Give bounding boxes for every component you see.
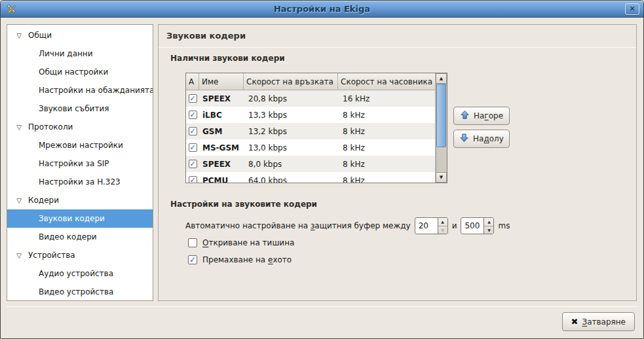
buffer-min-value[interactable]: 20: [415, 218, 438, 234]
move-down-label: Надолу: [473, 134, 504, 143]
jitter-buffer-row: Автоматично настройване на защитния буфе…: [185, 217, 510, 234]
codec-enabled-checkbox[interactable]: ✓: [189, 176, 197, 183]
codec-enabled-checkbox[interactable]: ✓: [189, 111, 197, 119]
tree-label: Кодери: [28, 196, 59, 205]
buffer-conjunction: и: [452, 221, 457, 230]
codec-settings-section-title: Настройки на звуковите кодери: [170, 200, 317, 209]
codec-name: iLBC: [199, 111, 244, 120]
sidebar-item-general[interactable]: ▽ Общи: [7, 26, 153, 45]
sidebar-item-audio-codecs[interactable]: Звукови кодери: [7, 209, 153, 228]
titlebar[interactable]: Настройки на Ekiga ✕: [1, 1, 643, 18]
close-x-icon: ✖: [571, 317, 578, 327]
sidebar-item-general-settings[interactable]: Общи настройки: [7, 63, 153, 81]
echo-cancellation-option[interactable]: ✓ Премахване на ехото: [188, 255, 292, 264]
spinner-down-icon[interactable]: ▼: [484, 226, 493, 234]
window-title: Настройки на Ekiga: [1, 4, 643, 14]
down-arrow-icon: [459, 133, 469, 145]
buffer-max-spinner[interactable]: 500 ▲ ▼: [461, 217, 494, 234]
codec-name: MS-GSM: [199, 143, 244, 152]
codec-enabled-checkbox[interactable]: ✓: [189, 160, 197, 168]
tree-label: Мрежови настройки: [39, 141, 123, 150]
sidebar-item-sip-settings[interactable]: Настройки за SIP: [7, 154, 153, 173]
table-row[interactable]: ✓ MS-GSM 13,0 kbps 8 kHz: [186, 139, 435, 156]
vertical-scrollbar[interactable]: ▲ ▼: [435, 73, 447, 183]
codec-clock: 8 kHz: [338, 160, 435, 169]
codec-enabled-checkbox[interactable]: ✓: [189, 94, 197, 103]
tree-label: Видео кодери: [39, 232, 97, 241]
buffer-unit: ms: [498, 221, 510, 230]
column-header-name[interactable]: Име: [199, 73, 244, 90]
expander-icon[interactable]: ▽: [14, 252, 24, 259]
expander-icon[interactable]: ▽: [14, 124, 24, 131]
codec-bitrate: 8,0 kbps: [244, 160, 338, 169]
scrollbar-track[interactable]: [436, 84, 447, 172]
codec-bitrate: 13,2 kbps: [244, 127, 338, 136]
silence-detection-checkbox[interactable]: [188, 238, 197, 247]
move-up-button[interactable]: Нагоре: [453, 107, 510, 125]
silence-detection-option[interactable]: Откриване на тишина: [188, 238, 294, 247]
table-row[interactable]: ✓ SPEEX 8,0 kbps 8 kHz: [186, 156, 435, 172]
buffer-max-value[interactable]: 500: [461, 218, 483, 234]
sidebar-item-network-settings[interactable]: Мрежови настройки: [7, 136, 153, 154]
tree-label: Видео устройства: [39, 287, 113, 296]
close-button[interactable]: ✖ Затваряне: [562, 312, 635, 331]
codec-clock: 8 kHz: [338, 111, 435, 120]
sidebar-item-video-devices[interactable]: Видео устройства: [7, 283, 153, 301]
close-button-label: Затваряне: [582, 317, 626, 327]
sidebar-item-h323-settings[interactable]: Настройки за H.323: [7, 173, 153, 191]
codec-name: GSM: [199, 127, 244, 136]
tree-label: Настройки за SIP: [39, 159, 109, 168]
column-header-bitrate[interactable]: Скорост на връзката: [244, 73, 338, 90]
spinner-down-icon[interactable]: ▼: [438, 226, 447, 234]
table-row[interactable]: ✓ SPEEX 20,8 kbps 16 kHz: [186, 90, 435, 107]
codec-bitrate: 13,0 kbps: [244, 143, 338, 152]
table-row[interactable]: ✓ PCMU 64,0 kbps 8 kHz: [186, 172, 435, 183]
spinner-up-icon[interactable]: ▲: [438, 218, 447, 226]
sidebar-item-sound-events[interactable]: Звукови събития: [7, 99, 153, 118]
sidebar-item-video-codecs[interactable]: Видео кодери: [7, 228, 153, 246]
buffer-min-spinner[interactable]: 20 ▲ ▼: [415, 217, 448, 234]
spinner-up-icon[interactable]: ▲: [484, 218, 493, 226]
available-codecs-section-title: Налични звукови кодери: [170, 54, 285, 63]
tree-label: Общи настройки: [39, 67, 108, 77]
codec-enabled-checkbox[interactable]: ✓: [189, 143, 197, 152]
sidebar-item-protocols[interactable]: ▽ Протоколи: [7, 118, 153, 136]
table-header-row: A Име Скорост на връзката Скорост на час…: [186, 73, 435, 90]
tree-label: Звукови събития: [39, 104, 109, 113]
sidebar-item-personal-data[interactable]: Лични данни: [7, 45, 153, 63]
codec-enabled-checkbox[interactable]: ✓: [189, 127, 197, 135]
echo-cancellation-label: Премахване на ехото: [202, 255, 292, 264]
sidebar-item-devices[interactable]: ▽ Устройства: [7, 246, 153, 264]
table-row[interactable]: ✓ iLBC 13,3 kbps 8 kHz: [186, 107, 435, 123]
expander-icon[interactable]: ▽: [14, 197, 24, 204]
scroll-down-icon[interactable]: ▼: [436, 172, 447, 183]
codec-name: SPEEX: [199, 94, 244, 103]
tree-label: Аудио устройства: [39, 269, 113, 278]
codec-clock: 8 kHz: [338, 143, 435, 152]
preferences-window: Настройки на Ekiga ✕ ▽ Общи Лични данни …: [0, 0, 644, 339]
header-separator: [159, 47, 636, 48]
column-header-clock[interactable]: Скорост на часовника: [338, 73, 435, 90]
codec-bitrate: 13,3 kbps: [244, 111, 338, 120]
scrollbar-thumb[interactable]: [436, 84, 446, 147]
sidebar-item-audio-devices[interactable]: Аудио устройства: [7, 264, 153, 283]
sidebar-item-call-settings[interactable]: Настройки на обажданията: [7, 81, 153, 99]
column-header-active[interactable]: A: [186, 73, 199, 90]
codec-clock: 16 kHz: [338, 94, 435, 103]
tree-label: Настройки на обажданията: [39, 86, 153, 95]
table-row[interactable]: ✓ GSM 13,2 kbps 8 kHz: [186, 123, 435, 139]
move-down-button[interactable]: Надолу: [453, 130, 510, 148]
echo-cancellation-checkbox[interactable]: ✓: [188, 255, 197, 264]
codec-bitrate: 64,0 kbps: [244, 176, 338, 183]
window-close-button[interactable]: ✕: [625, 3, 639, 15]
tree-label: Общи: [28, 31, 52, 40]
codec-clock: 8 kHz: [338, 127, 435, 136]
codec-bitrate: 20,8 kbps: [244, 94, 338, 103]
tree-label: Настройки за H.323: [39, 177, 121, 187]
sidebar-item-codecs[interactable]: ▽ Кодери: [7, 191, 153, 209]
footer-separator: [6, 306, 638, 307]
expander-icon[interactable]: ▽: [14, 32, 24, 39]
codec-clock: 8 kHz: [338, 176, 435, 183]
scroll-up-icon[interactable]: ▲: [436, 73, 447, 84]
jitter-buffer-label: Автоматично настройване на защитния буфе…: [185, 221, 411, 230]
